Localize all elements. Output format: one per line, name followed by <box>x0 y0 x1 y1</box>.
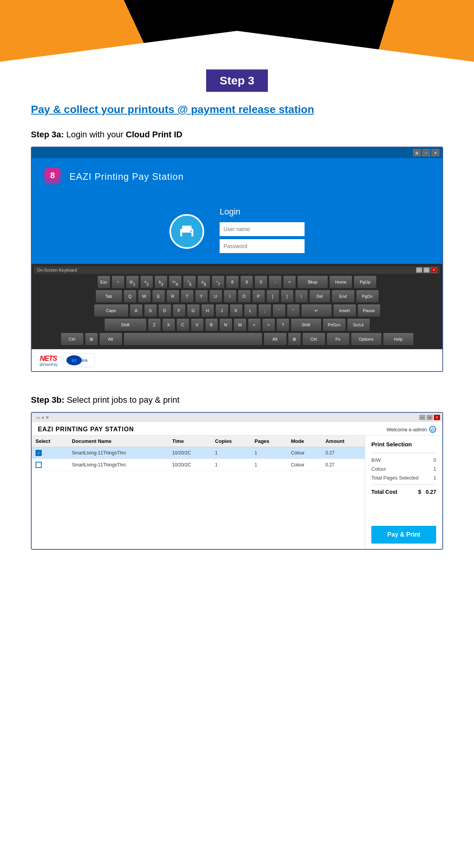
key-help[interactable]: Help <box>383 333 414 346</box>
key-caps[interactable]: Caps <box>94 304 129 317</box>
key-shift-left[interactable]: Shift <box>104 318 147 331</box>
nets-sub: @FlashPay <box>39 363 58 366</box>
password-input[interactable] <box>220 239 305 253</box>
key-comma2[interactable]: " <box>287 304 300 317</box>
key-7[interactable]: *7 <box>212 275 225 289</box>
key-k[interactable]: K <box>230 304 243 317</box>
key-win-left[interactable]: ⊞ <box>85 333 98 346</box>
pj-max-btn[interactable]: ▭ <box>427 415 433 420</box>
key-o[interactable]: O <box>238 290 251 303</box>
key-u[interactable]: U <box>209 290 222 303</box>
key-3[interactable]: $3 <box>154 275 168 289</box>
key-f[interactable]: F <box>173 304 186 317</box>
key-5[interactable]: ^5 <box>183 275 196 289</box>
col-pages: Pages <box>251 436 287 447</box>
key-period[interactable]: > <box>262 318 275 331</box>
pj-close-btn[interactable]: ✕ <box>434 415 440 420</box>
step3b-bold-label: Step 3b: <box>31 395 64 405</box>
key-l[interactable]: L <box>244 304 257 317</box>
key-options[interactable]: Options <box>351 333 382 346</box>
key-alt-right[interactable]: Alt <box>264 333 287 346</box>
key-p[interactable]: P <box>252 290 265 303</box>
nets-text: NETS <box>40 355 57 363</box>
key-pgdn[interactable]: PgDn <box>356 290 379 303</box>
key-slash[interactable]: ? <box>276 318 289 331</box>
key-fn[interactable]: Fn <box>327 333 350 346</box>
key-comma[interactable]: < <box>248 318 261 331</box>
key-t[interactable]: T <box>181 290 194 303</box>
key-c[interactable]: C <box>176 318 190 331</box>
key-ctrl-right[interactable]: Ctrl <box>302 333 325 346</box>
kb-close-btn[interactable]: ✕ <box>431 267 437 273</box>
key-semicolon[interactable]: ; <box>258 304 271 317</box>
key-backslash[interactable]: \ <box>295 290 308 303</box>
key-tilde[interactable]: ~ <box>112 275 125 289</box>
key-a[interactable]: A <box>130 304 143 317</box>
key-backspace[interactable]: Bksp <box>297 275 328 289</box>
key-8[interactable]: 8 <box>226 275 239 289</box>
username-input[interactable] <box>220 222 305 236</box>
key-z[interactable]: Z <box>148 318 161 331</box>
key-home[interactable]: Home <box>329 275 352 289</box>
pay-print-button[interactable]: Pay & Print <box>371 526 436 544</box>
key-v[interactable]: V <box>191 318 204 331</box>
key-minus[interactable]: - <box>269 275 282 289</box>
row1-checkbox[interactable]: ✓ <box>36 450 42 456</box>
key-bracket-left[interactable]: [ <box>266 290 279 303</box>
key-h[interactable]: H <box>201 304 214 317</box>
key-tab[interactable]: Tab <box>95 290 122 303</box>
key-s[interactable]: S <box>144 304 157 317</box>
key-j[interactable]: J <box>215 304 229 317</box>
key-insert[interactable]: Insert <box>333 304 356 317</box>
titlebar-close-btn[interactable]: ✕ <box>432 149 439 156</box>
key-esc[interactable]: Esc <box>97 275 110 289</box>
key-alt-left[interactable]: Alt <box>99 333 122 346</box>
key-del[interactable]: Del <box>309 290 330 303</box>
key-w[interactable]: W <box>138 290 151 303</box>
key-ctrl-left[interactable]: Ctrl <box>61 333 84 346</box>
key-prtscn[interactable]: PrtScn <box>323 318 346 331</box>
key-4[interactable]: %4 <box>169 275 182 289</box>
key-shift-right[interactable]: Shift <box>291 318 322 331</box>
key-quote[interactable]: ' <box>273 304 286 317</box>
key-n[interactable]: N <box>219 318 232 331</box>
key-6[interactable]: &6 <box>197 275 210 289</box>
pj-total-cost-label: Total Cost <box>371 489 397 495</box>
key-d[interactable]: D <box>158 304 171 317</box>
key-b[interactable]: B <box>205 318 218 331</box>
key-2[interactable]: #2 <box>140 275 153 289</box>
login-form: Login <box>220 207 305 256</box>
key-bracket-right[interactable]: ] <box>281 290 294 303</box>
key-pgup[interactable]: PgUp <box>354 275 377 289</box>
key-e[interactable]: E <box>152 290 165 303</box>
pj-min-btn[interactable]: ─ <box>419 415 425 420</box>
row1-copies: 1 <box>211 447 251 459</box>
row2-checkbox[interactable]: ✓ <box>36 462 42 468</box>
titlebar-min-btn[interactable]: ─ <box>422 149 430 156</box>
key-win-right[interactable]: ⊞ <box>288 333 301 346</box>
key-enter[interactable]: ↵ <box>301 304 332 317</box>
kb-row-1: Esc ~ @1 #2 $3 %4 ^5 &6 *7 8 9 0 - = Bks… <box>34 275 440 289</box>
key-g[interactable]: G <box>187 304 200 317</box>
power-icon[interactable]: ⏻ <box>429 426 436 433</box>
kb-min-btn[interactable]: ─ <box>416 267 422 273</box>
key-i[interactable]: I <box>223 290 237 303</box>
key-equals[interactable]: = <box>283 275 296 289</box>
key-0[interactable]: 0 <box>254 275 267 289</box>
key-space[interactable] <box>124 333 262 346</box>
key-y[interactable]: Y <box>195 290 208 303</box>
key-pause[interactable]: Pause <box>357 304 381 317</box>
kb-max-btn[interactable]: ▭ <box>423 267 430 273</box>
row1-select[interactable]: ✓ <box>32 447 68 459</box>
key-scrlk[interactable]: ScrLk <box>347 318 370 331</box>
titlebar-buttons: ⊞ ─ ✕ <box>413 149 439 156</box>
row2-select[interactable]: ✓ <box>32 459 68 471</box>
key-1[interactable]: @1 <box>126 275 139 289</box>
key-9[interactable]: 9 <box>240 275 253 289</box>
key-q[interactable]: Q <box>124 290 137 303</box>
titlebar-grid-btn[interactable]: ⊞ <box>413 149 421 156</box>
key-end[interactable]: End <box>332 290 355 303</box>
key-m[interactable]: M <box>234 318 247 331</box>
key-x[interactable]: X <box>162 318 175 331</box>
key-r[interactable]: R <box>166 290 179 303</box>
